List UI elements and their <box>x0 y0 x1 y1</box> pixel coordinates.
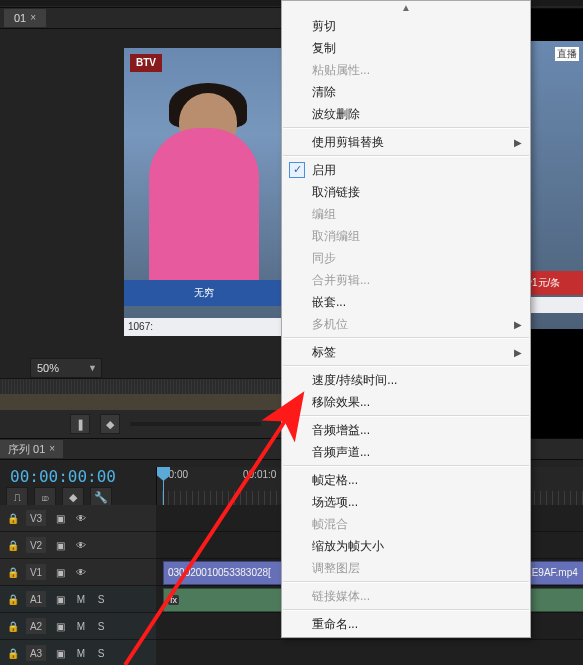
fx-icon[interactable]: ▣ <box>52 540 68 551</box>
track-name: A1 <box>26 591 46 607</box>
menu-link-media: 链接媒体... <box>282 585 530 607</box>
menu-group: 编组 <box>282 203 530 225</box>
program-monitor: 01 × BTV 无穷 1067: 50% ▼ ❚ ◆ <box>0 7 281 466</box>
mute-button[interactable]: M <box>74 646 88 660</box>
fx-icon[interactable]: ▣ <box>52 594 68 605</box>
lock-icon[interactable]: 🔒 <box>6 538 20 552</box>
video-ticker: 1067: <box>124 318 284 336</box>
snap-button[interactable]: ⎍ <box>6 487 28 507</box>
submenu-arrow-icon: ▶ <box>514 137 522 148</box>
menu-rename[interactable]: 重命名... <box>282 613 530 635</box>
menu-paste-attrs: 粘贴属性... <box>282 59 530 81</box>
track-header-v2[interactable]: 🔒 V2 ▣ 👁 <box>0 532 156 559</box>
timeline-tab-label: 序列 01 <box>8 440 45 458</box>
timeline-timecode[interactable]: 00:00:00:00 <box>10 467 116 486</box>
lock-icon[interactable]: 🔒 <box>6 646 20 660</box>
program-controls: ❚ ◆ <box>0 410 281 438</box>
eye-icon[interactable]: 👁 <box>74 513 88 524</box>
track-name: V2 <box>26 537 46 553</box>
menu-unlink[interactable]: 取消链接 <box>282 181 530 203</box>
track-header-a2[interactable]: 🔒 A2 ▣ M S <box>0 613 156 640</box>
track-header-v3[interactable]: 🔒 V3 ▣ 👁 <box>0 505 156 532</box>
fx-icon[interactable]: ▣ <box>52 567 68 578</box>
program-tab-01[interactable]: 01 × <box>4 9 46 27</box>
menu-audio-channels[interactable]: 音频声道... <box>282 441 530 463</box>
menu-frame-hold[interactable]: 帧定格... <box>282 469 530 491</box>
mute-button[interactable]: M <box>74 619 88 633</box>
video-lower-third: 无穷 <box>124 280 284 306</box>
check-icon: ✓ <box>289 162 305 178</box>
lock-icon[interactable]: 🔒 <box>6 511 20 525</box>
menu-multicam: 多机位 ▶ <box>282 313 530 335</box>
lane-a3[interactable] <box>156 640 583 665</box>
track-header-a1[interactable]: 🔒 A1 ▣ M S <box>0 586 156 613</box>
solo-button[interactable]: S <box>94 592 108 606</box>
submenu-arrow-icon: ▶ <box>514 319 522 330</box>
menu-field-options[interactable]: 场选项... <box>282 491 530 513</box>
add-marker-button[interactable]: ◆ <box>100 414 120 434</box>
lock-icon[interactable]: 🔒 <box>6 565 20 579</box>
menu-copy[interactable]: 复制 <box>282 37 530 59</box>
menu-enable[interactable]: ✓ 启用 <box>282 159 530 181</box>
settings-button[interactable]: 🔧 <box>90 487 112 507</box>
timeline-tab[interactable]: 序列 01 × <box>0 440 63 458</box>
mark-in-button[interactable]: ❚ <box>70 414 90 434</box>
menu-nest[interactable]: 嵌套... <box>282 291 530 313</box>
menu-ripple-delete[interactable]: 波纹删除 <box>282 103 530 125</box>
lock-icon[interactable]: 🔒 <box>6 592 20 606</box>
track-name: V3 <box>26 510 46 526</box>
zoom-select[interactable]: 50% ▼ <box>30 358 102 378</box>
video-clip[interactable]: 030020010053383028[ <box>163 561 287 585</box>
audio-clip[interactable]: fx <box>163 588 287 612</box>
menu-remove-effects[interactable]: 移除效果... <box>282 391 530 413</box>
menu-label[interactable]: 标签 ▶ <box>282 341 530 363</box>
lock-icon[interactable]: 🔒 <box>6 619 20 633</box>
solo-button[interactable]: S <box>94 619 108 633</box>
submenu-arrow-icon: ▶ <box>514 347 522 358</box>
fx-badge: fx <box>168 595 179 605</box>
program-work-area[interactable] <box>0 394 281 411</box>
eye-icon[interactable]: 👁 <box>74 567 88 578</box>
linked-selection-button[interactable]: ⎄ <box>34 487 56 507</box>
track-name: V1 <box>26 564 46 580</box>
menu-audio-gain[interactable]: 音频增益... <box>282 419 530 441</box>
menu-clear[interactable]: 清除 <box>282 81 530 103</box>
menu-cut[interactable]: 剪切 <box>282 15 530 37</box>
menu-merge-clips: 合并剪辑... <box>282 269 530 291</box>
live-badge: 直播 <box>555 47 579 61</box>
menu-scale-to-frame[interactable]: 缩放为帧大小 <box>282 535 530 557</box>
video-logo: BTV <box>130 54 162 72</box>
scroll-up-icon[interactable]: ▲ <box>282 3 530 15</box>
menu-speed-duration[interactable]: 速度/持续时间... <box>282 369 530 391</box>
eye-icon[interactable]: 👁 <box>74 540 88 551</box>
menu-replace-with-clip[interactable]: 使用剪辑替换 ▶ <box>282 131 530 153</box>
mute-button[interactable]: M <box>74 592 88 606</box>
program-tab-label: 01 <box>14 9 26 27</box>
program-slider[interactable] <box>130 422 261 426</box>
solo-button[interactable]: S <box>94 646 108 660</box>
zoom-value: 50% <box>37 359 59 377</box>
chevron-down-icon: ▼ <box>88 359 97 377</box>
menu-ungroup: 取消编组 <box>282 225 530 247</box>
track-name: A2 <box>26 618 46 634</box>
menu-sync: 同步 <box>282 247 530 269</box>
fx-icon[interactable]: ▣ <box>52 648 68 659</box>
track-header-v1[interactable]: 🔒 V1 ▣ 👁 <box>0 559 156 586</box>
fx-icon[interactable]: ▣ <box>52 621 68 632</box>
fx-icon[interactable]: ▣ <box>52 513 68 524</box>
marker-button[interactable]: ◆ <box>62 487 84 507</box>
close-icon[interactable]: × <box>30 9 36 27</box>
ruler-label: 00:01:0 <box>243 469 276 480</box>
track-headers: 🔒 V3 ▣ 👁 🔒 V2 ▣ 👁 🔒 V1 ▣ 👁 🔒 A1 ▣ M S 🔒 … <box>0 505 157 665</box>
program-video-frame: BTV 无穷 1067: <box>124 48 284 336</box>
menu-adjustment-layer: 调整图层 <box>282 557 530 579</box>
close-icon[interactable]: × <box>49 440 55 458</box>
track-name: A3 <box>26 645 46 661</box>
clip-context-menu: ▲ 剪切 复制 粘贴属性... 清除 波纹删除 使用剪辑替换 ▶ ✓ 启用 取消… <box>281 0 531 638</box>
track-header-a3[interactable]: 🔒 A3 ▣ M S <box>0 640 156 665</box>
program-tabbar: 01 × <box>0 8 281 29</box>
menu-frame-blend: 帧混合 <box>282 513 530 535</box>
